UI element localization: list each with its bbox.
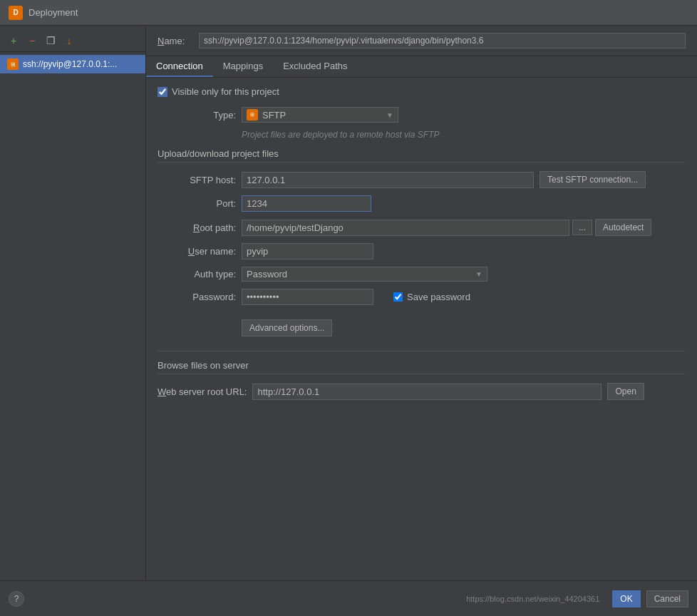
root-path-input[interactable] bbox=[242, 220, 569, 236]
type-row: Type: ⊞ SFTP ▼ bbox=[158, 107, 686, 123]
tab-mappings[interactable]: Mappings bbox=[213, 56, 273, 77]
root-path-inputs: ... Autodetect bbox=[242, 219, 651, 236]
upload-section-title: Upload/download project files bbox=[158, 148, 686, 163]
type-select[interactable]: ⊞ SFTP ▼ bbox=[242, 107, 398, 123]
sftp-host-input[interactable] bbox=[242, 172, 534, 188]
type-hint: Project files are deployed to a remote h… bbox=[242, 130, 686, 140]
password-inputs: Save password bbox=[242, 289, 470, 305]
browse-section: Browse files on server Web server root U… bbox=[158, 351, 686, 400]
web-url-input[interactable] bbox=[252, 384, 602, 400]
auth-type-row: Auth type: Password ▼ bbox=[158, 267, 686, 282]
tab-excluded-paths[interactable]: Excluded Paths bbox=[273, 56, 357, 77]
type-value: SFTP bbox=[262, 110, 382, 120]
cancel-button[interactable]: Cancel bbox=[646, 590, 688, 607]
tab-connection[interactable]: Connection bbox=[146, 56, 213, 77]
app-icon: D bbox=[9, 6, 23, 20]
open-button[interactable]: Open bbox=[607, 383, 644, 400]
bottom-left: ? bbox=[9, 591, 24, 607]
server-icon: ⊞ bbox=[7, 58, 19, 70]
test-sftp-button[interactable]: Test SFTP connection... bbox=[539, 171, 646, 188]
title-text: Deployment bbox=[29, 7, 78, 18]
add-server-button[interactable]: + bbox=[6, 33, 21, 48]
visible-only-checkbox[interactable] bbox=[158, 87, 167, 97]
save-password-checkbox[interactable] bbox=[393, 292, 403, 302]
password-input[interactable] bbox=[242, 289, 373, 305]
bottom-bar: ? https://blog.csdn.net/weixin_44204361 … bbox=[0, 580, 697, 616]
status-url: https://blog.csdn.net/weixin_44204361 bbox=[466, 595, 599, 603]
ok-button[interactable]: OK bbox=[612, 590, 640, 607]
title-bar: D Deployment bbox=[0, 0, 697, 26]
auth-type-select[interactable]: Password ▼ bbox=[242, 267, 487, 282]
copy-server-button[interactable]: ❐ bbox=[43, 33, 58, 48]
remove-server-button[interactable]: − bbox=[24, 33, 40, 48]
type-dropdown-arrow: ▼ bbox=[386, 111, 393, 119]
form-area: Visible only for this project Type: ⊞ SF… bbox=[146, 78, 697, 580]
web-url-label: Web server root URL: bbox=[158, 386, 247, 397]
port-label: Port: bbox=[158, 198, 236, 209]
move-server-button[interactable]: ↓ bbox=[61, 33, 77, 48]
sidebar-toolbar: + − ❐ ↓ bbox=[0, 30, 145, 52]
save-password-row: Save password bbox=[393, 292, 470, 302]
sidebar: + − ❐ ↓ ⊞ ssh://pyvip@127.0.0.1:... bbox=[0, 26, 146, 580]
advanced-options-button[interactable]: Advanced options... bbox=[242, 319, 332, 337]
username-label: User name: bbox=[158, 246, 236, 257]
tabs: Connection Mappings Excluded Paths bbox=[146, 56, 697, 78]
name-row: Name: bbox=[146, 26, 697, 56]
password-row: Password: Save password bbox=[158, 289, 686, 305]
sftp-host-row: SFTP host: Test SFTP connection... bbox=[158, 171, 686, 188]
main-layout: + − ❐ ↓ ⊞ ssh://pyvip@127.0.0.1:... Name… bbox=[0, 26, 697, 580]
name-input[interactable] bbox=[199, 33, 686, 48]
username-input[interactable] bbox=[242, 243, 373, 260]
root-path-label: Root path: bbox=[158, 222, 236, 233]
bottom-right: https://blog.csdn.net/weixin_44204361 OK… bbox=[466, 590, 688, 607]
visible-only-row: Visible only for this project bbox=[158, 86, 686, 97]
web-url-row: Web server root URL: Open bbox=[158, 383, 686, 400]
root-path-row: Root path: ... Autodetect bbox=[158, 219, 686, 236]
browse-root-path-button[interactable]: ... bbox=[572, 220, 592, 235]
port-row: Port: bbox=[158, 195, 686, 212]
sidebar-item-server[interactable]: ⊞ ssh://pyvip@127.0.0.1:... bbox=[0, 55, 145, 73]
type-label: Type: bbox=[158, 110, 236, 120]
sidebar-item-label: ssh://pyvip@127.0.0.1:... bbox=[23, 59, 117, 69]
auth-type-value: Password bbox=[247, 269, 471, 279]
advanced-options-row: Advanced options... bbox=[242, 319, 686, 337]
sftp-host-label: SFTP host: bbox=[158, 175, 236, 185]
sftp-icon: ⊞ bbox=[247, 109, 258, 120]
visible-only-label: Visible only for this project bbox=[172, 86, 279, 97]
browse-section-title: Browse files on server bbox=[158, 360, 686, 374]
auth-dropdown-arrow: ▼ bbox=[475, 270, 482, 278]
autodetect-button[interactable]: Autodetect bbox=[595, 219, 651, 236]
save-password-label: Save password bbox=[407, 292, 470, 302]
content-area: Name: Connection Mappings Excluded Paths… bbox=[146, 26, 697, 580]
help-button[interactable]: ? bbox=[9, 591, 24, 607]
port-input[interactable] bbox=[242, 195, 371, 212]
name-label: Name: bbox=[158, 36, 193, 46]
username-row: User name: bbox=[158, 243, 686, 260]
password-label: Password: bbox=[158, 292, 236, 302]
auth-type-label: Auth type: bbox=[158, 269, 236, 279]
